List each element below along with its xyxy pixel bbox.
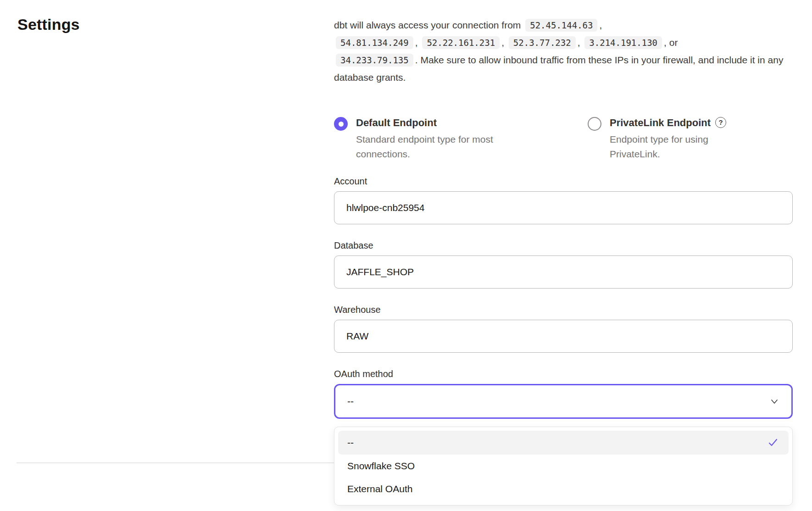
settings-page: Settings dbt will always access your con… xyxy=(0,0,812,511)
default-endpoint-description: Standard endpoint type for most connecti… xyxy=(356,132,530,161)
ip-address-chip: 52.3.77.232 xyxy=(509,36,576,49)
separator-text: , xyxy=(501,37,504,48)
oauth-method-field-group: OAuth method -- xyxy=(334,367,793,419)
privatelink-endpoint-texts: PrivateLink Endpoint? Endpoint type for … xyxy=(610,116,740,161)
oauth-method-selected-value: -- xyxy=(347,396,354,407)
separator-text: , xyxy=(415,37,418,48)
account-label: Account xyxy=(334,175,793,188)
warehouse-input[interactable] xyxy=(334,320,793,353)
ip-address-chip: 54.81.134.249 xyxy=(336,36,413,49)
privatelink-endpoint-description: Endpoint type for using PrivateLink. xyxy=(610,132,740,161)
default-endpoint-texts: Default Endpoint Standard endpoint type … xyxy=(356,116,530,161)
ip-address-chip: 3.214.191.130 xyxy=(584,36,662,49)
ip-address-chip: 52.22.161.231 xyxy=(422,36,500,49)
dropdown-option-external-oauth[interactable]: External OAuth xyxy=(334,478,792,500)
warehouse-label: Warehouse xyxy=(334,303,793,316)
endpoint-type-radio-group: Default Endpoint Standard endpoint type … xyxy=(334,116,793,161)
intro-line: dbt will always access your connection f… xyxy=(334,17,793,34)
privatelink-endpoint-option[interactable]: PrivateLink Endpoint? Endpoint type for … xyxy=(588,116,740,161)
ip-address-chip: 34.233.79.135 xyxy=(336,54,413,67)
privatelink-endpoint-radio[interactable] xyxy=(588,117,601,131)
intro-lead-text: dbt will always access your connection f… xyxy=(334,20,521,30)
page-title: Settings xyxy=(17,16,80,33)
separator-text: , xyxy=(599,20,602,30)
dropdown-option-label: Snowflake SSO xyxy=(347,461,415,472)
section-divider xyxy=(17,462,335,463)
default-endpoint-label: Default Endpoint xyxy=(356,117,437,128)
or-separator-text: , or xyxy=(664,37,678,48)
privatelink-endpoint-label: PrivateLink Endpoint xyxy=(610,117,711,128)
oauth-method-select[interactable]: -- xyxy=(334,384,793,419)
intro-line: 34.233.79.135. Make sure to allow inboun… xyxy=(334,51,793,86)
checkmark-icon xyxy=(768,437,779,448)
default-endpoint-option[interactable]: Default Endpoint Standard endpoint type … xyxy=(334,116,588,161)
help-question-icon[interactable]: ? xyxy=(715,117,726,128)
database-field-group: Database xyxy=(334,239,793,289)
database-label: Database xyxy=(334,239,793,252)
account-input[interactable] xyxy=(334,191,793,224)
account-field-group: Account xyxy=(334,175,793,224)
dropdown-option-label: External OAuth xyxy=(347,483,412,494)
dropdown-option-label: -- xyxy=(347,437,354,448)
warehouse-field-group: Warehouse xyxy=(334,303,793,353)
separator-text: , xyxy=(578,37,580,48)
default-endpoint-radio[interactable] xyxy=(334,117,348,131)
connection-settings-panel: dbt will always access your connection f… xyxy=(334,17,793,86)
intro-line: 54.81.134.249, 52.22.161.231, 52.3.77.23… xyxy=(334,34,793,51)
database-input[interactable] xyxy=(334,256,793,289)
ip-allowlist-paragraph: dbt will always access your connection f… xyxy=(334,17,793,86)
oauth-method-label: OAuth method xyxy=(334,367,793,380)
ip-address-chip: 52.45.144.63 xyxy=(525,19,597,32)
chevron-down-icon xyxy=(769,396,779,406)
dropdown-option-snowflake-sso[interactable]: Snowflake SSO xyxy=(334,455,792,478)
dropdown-option-none[interactable]: -- xyxy=(338,431,789,455)
oauth-method-dropdown-menu: -- Snowflake SSO External OAuth xyxy=(334,427,793,505)
